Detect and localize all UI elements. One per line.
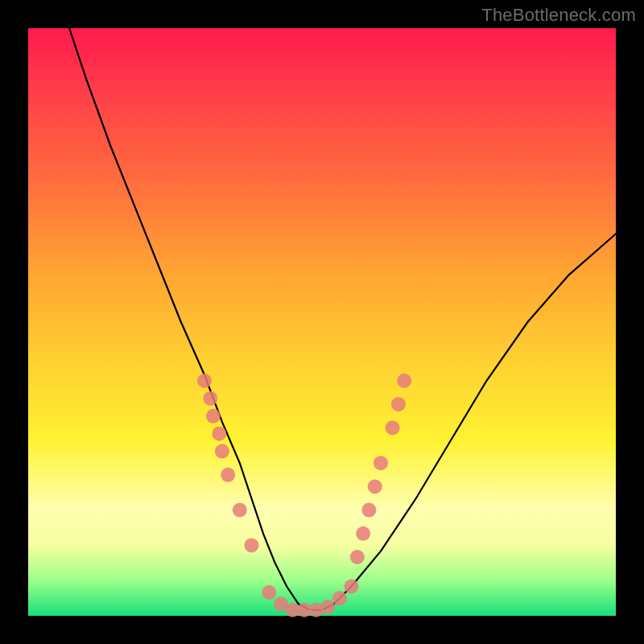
data-point xyxy=(345,580,359,594)
data-point xyxy=(374,456,388,470)
data-point xyxy=(368,479,382,493)
plot-area xyxy=(28,28,616,616)
data-point xyxy=(244,538,258,552)
data-point xyxy=(262,585,276,600)
data-point xyxy=(206,409,221,423)
data-points xyxy=(197,374,411,617)
data-point xyxy=(215,444,229,459)
data-point xyxy=(221,468,235,482)
data-point xyxy=(361,503,376,518)
data-point xyxy=(320,600,335,614)
data-point xyxy=(332,591,347,605)
data-point xyxy=(233,503,247,518)
curve-svg xyxy=(28,28,616,616)
data-point xyxy=(212,427,226,441)
data-point xyxy=(397,374,411,388)
bottleneck-curve xyxy=(69,28,616,610)
data-point xyxy=(356,526,370,541)
data-point xyxy=(350,550,365,564)
data-point xyxy=(386,420,400,435)
data-point xyxy=(197,374,212,388)
data-point xyxy=(203,391,217,406)
watermark-text: TheBottleneck.com xyxy=(481,5,636,26)
chart-frame: TheBottleneck.com xyxy=(0,0,644,644)
data-point xyxy=(391,397,406,411)
